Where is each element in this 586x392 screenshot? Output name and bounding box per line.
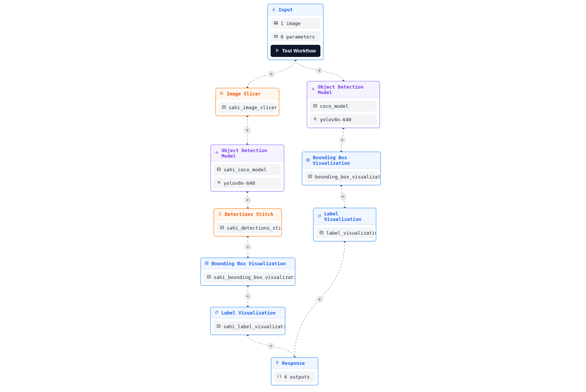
ic-step-icon [319,230,324,236]
input-image-badge-text: 1 image [281,21,301,26]
ic-step-icon [220,225,224,231]
node-header-image-slicer[interactable]: Image Slicer [216,88,279,99]
download-icon [272,7,276,12]
node-header-response[interactable]: Response [271,358,318,369]
add-node-button-9[interactable]: + [316,296,323,303]
ic-param-icon [274,34,278,40]
sparkle-icon [311,87,315,93]
node-title: Bounding Box Visualization [313,155,377,166]
node-input[interactable]: Input 1 image 0 parameters Test Workflow [267,4,324,60]
node-header-input[interactable]: Input [268,4,323,15]
tag-icon [214,310,219,316]
ic-step-icon [217,167,221,172]
node-obj-det-right[interactable]: Object Detection Model coco_model yolov8… [307,81,380,128]
bbox-icon [205,261,209,266]
node-title: Label Visualization [324,211,372,222]
image-slicer-id-badge-text: sahi_image_slicer [229,105,277,110]
tag-icon [317,214,321,219]
test-workflow-button[interactable]: Test Workflow [271,45,320,57]
response-outputs-badge: 4 outputs [274,371,315,382]
add-node-button-6[interactable]: + [244,244,251,250]
ic-braces-icon [277,374,281,380]
obj-det-left-model-badge: yolov8n-640 [214,178,281,188]
node-header-label-right[interactable]: Label Visualization [314,208,376,225]
node-det-stitch[interactable]: Detections Stitch sahi_detections_stitch [214,208,282,236]
ic-sparkle-icon [313,117,317,122]
node-image-slicer[interactable]: Image Slicer sahi_image_slicer [215,88,279,116]
ic-step-icon [313,103,317,109]
node-label-right[interactable]: Label Visualization label_visualization [313,208,376,241]
input-params-badge: 0 parameters [271,31,320,42]
det-stitch-id-badge: sahi_detections_stitch [217,222,279,233]
det-stitch-id-badge-text: sahi_detections_stitch [227,225,282,231]
ic-step-icon [207,274,211,280]
add-node-button-7[interactable]: + [244,293,251,300]
bbox-icon [306,158,310,163]
bbox-right-id-badge-text: bounding_box_visualization [315,174,381,180]
test-workflow-label: Test Workflow [282,48,316,54]
ic-sparkle-icon [217,180,221,186]
obj-det-right-id-badge: coco_model [310,101,377,112]
add-node-button-4[interactable]: + [244,197,251,204]
node-header-bbox-left[interactable]: Bounding Box Visualization [201,258,295,269]
obj-det-left-id-badge: sahi_coco_model [214,164,281,175]
image-slicer-id-badge: sahi_image_slicer [219,102,276,113]
node-title: Bounding Box Visualization [212,261,286,266]
node-header-obj-det-left[interactable]: Object Detection Model [211,145,284,162]
sparkle-icon [215,151,219,156]
upload-icon [275,360,279,366]
node-header-bbox-right[interactable]: Bounding Box Visualization [302,152,380,169]
label-right-id-badge-text: label_visualization [326,230,376,236]
node-obj-det-left[interactable]: Object Detection Model sahi_coco_model y… [210,144,284,192]
obj-det-right-model-badge: yolov8n-640 [310,114,377,125]
node-title: Image Slicer [227,91,261,96]
node-title: Input [278,7,293,12]
input-image-badge: 1 image [271,18,320,29]
add-node-button-3[interactable]: + [339,137,346,143]
node-title: Label Visualization [221,310,276,316]
node-bbox-left[interactable]: Bounding Box Visualization sahi_bounding… [200,258,295,286]
node-header-obj-det-right[interactable]: Object Detection Model [307,81,380,98]
node-title: Object Detection Model [222,148,280,159]
response-outputs-badge-text: 4 outputs [284,374,310,380]
node-title: Response [282,360,305,366]
node-title: Detections Stitch [225,211,273,217]
play-icon [275,48,279,54]
add-node-button-0[interactable]: + [268,71,275,78]
obj-det-right-id-badge-text: coco_model [320,103,348,109]
obj-det-left-id-badge-text: sahi_coco_model [224,167,267,172]
node-header-label-left[interactable]: Label Visualization [211,307,285,318]
label-left-id-badge: sahi_label_visualization [213,321,282,332]
node-title: Object Detection Model [318,84,376,95]
stitch-icon [218,211,222,217]
bbox-left-id-badge: sahi_bounding_box_visualization [204,272,292,283]
node-bbox-right[interactable]: Bounding Box Visualization bounding_box_… [302,152,381,185]
add-node-button-5[interactable]: + [340,193,347,200]
add-node-button-2[interactable]: + [244,127,251,134]
bbox-right-id-badge: bounding_box_visualization [305,171,378,182]
input-params-badge-text: 0 parameters [281,34,315,40]
node-header-det-stitch[interactable]: Detections Stitch [214,209,281,220]
ic-step-icon [222,105,226,110]
ic-image-icon [274,21,278,26]
label-right-id-badge: label_visualization [316,228,373,238]
scissors-icon [220,91,224,96]
obj-det-left-model-badge-text: yolov8n-640 [224,180,255,186]
bbox-left-id-badge-text: sahi_bounding_box_visualization [214,274,295,280]
obj-det-right-model-badge-text: yolov8n-640 [320,117,351,122]
add-node-button-8[interactable]: + [268,343,275,350]
ic-step-icon [308,174,312,180]
node-response[interactable]: Response 4 outputs [271,357,318,385]
add-node-button-1[interactable]: + [316,67,323,74]
node-label-left[interactable]: Label Visualization sahi_label_visualiza… [210,307,285,335]
ic-step-icon [217,324,221,329]
label-left-id-badge-text: sahi_label_visualization [223,324,285,329]
